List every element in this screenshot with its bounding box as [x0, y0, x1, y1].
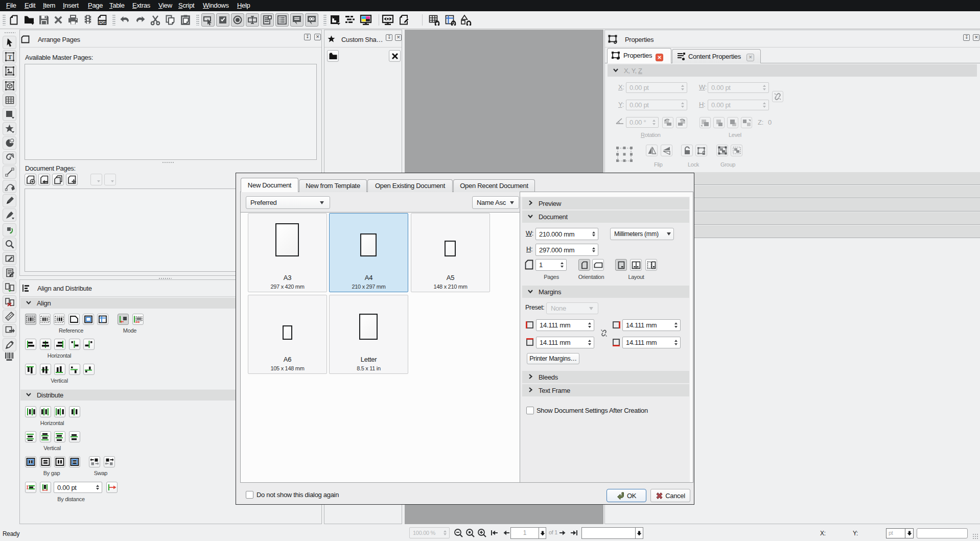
svg-text:T: T — [8, 54, 12, 61]
svg-text:PDF: PDF — [99, 21, 106, 25]
